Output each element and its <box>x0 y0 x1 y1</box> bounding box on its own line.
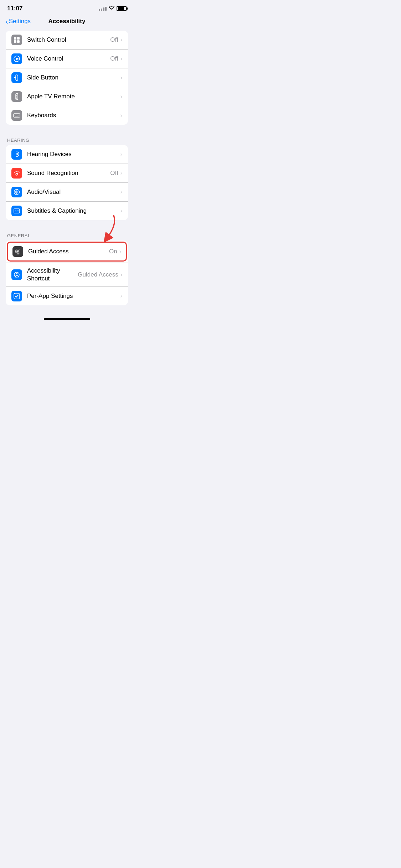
voice-control-icon <box>11 53 22 64</box>
hearing-devices-row[interactable]: Hearing Devices › <box>6 145 128 164</box>
guided-access-container: Guided Access On › <box>6 241 128 263</box>
voice-control-chevron: › <box>120 56 122 62</box>
apple-tv-remote-icon <box>11 91 22 102</box>
svg-rect-27 <box>17 211 19 211</box>
status-time: 11:07 <box>7 5 22 12</box>
wifi-icon <box>109 6 114 11</box>
per-app-settings-icon <box>11 291 22 301</box>
accessibility-shortcut-row[interactable]: AccessibilityShortcut Guided Access › <box>6 263 128 287</box>
general-settings-group: Guided Access On › AccessibilityShortcut… <box>6 241 128 305</box>
per-app-settings-row[interactable]: Per-App Settings › <box>6 287 128 305</box>
side-button-icon <box>11 72 22 83</box>
svg-rect-15 <box>17 115 18 115</box>
side-button-label: Side Button <box>27 74 120 82</box>
battery-icon <box>117 6 127 11</box>
subtitles-row[interactable]: Subtitles & Captioning › <box>6 202 128 220</box>
svg-rect-1 <box>17 37 20 40</box>
svg-point-8 <box>16 95 17 96</box>
keyboards-row[interactable]: Keyboards › <box>6 106 128 125</box>
svg-point-24 <box>16 193 17 195</box>
svg-rect-2 <box>14 40 16 43</box>
svg-rect-13 <box>15 115 15 115</box>
back-chevron-icon: ‹ <box>6 17 8 26</box>
svg-rect-11 <box>16 98 17 99</box>
guided-access-label: Guided Access <box>28 248 109 255</box>
svg-rect-26 <box>15 211 16 211</box>
page-title: Accessibility <box>48 18 86 25</box>
subtitles-label: Subtitles & Captioning <box>27 207 120 215</box>
back-button[interactable]: ‹ Settings <box>6 17 31 26</box>
voice-control-value: Off <box>110 55 118 62</box>
status-icons <box>99 6 127 11</box>
hearing-settings-group: Hearing Devices › Sound Recognition Off … <box>6 145 128 220</box>
switch-control-value: Off <box>110 36 118 43</box>
sound-recognition-icon <box>11 168 22 179</box>
hearing-devices-label: Hearing Devices <box>27 150 120 158</box>
accessibility-shortcut-icon <box>11 269 22 280</box>
switch-control-label: Switch Control <box>27 36 110 44</box>
apple-tv-remote-row[interactable]: Apple TV Remote › <box>6 87 128 106</box>
svg-point-19 <box>16 154 17 154</box>
audio-visual-label: Audio/Visual <box>27 188 120 196</box>
per-app-settings-chevron: › <box>120 293 122 299</box>
hearing-section: HEARING Hearing Devices › <box>0 132 134 220</box>
guided-access-value: On <box>109 248 117 255</box>
keyboards-label: Keyboards <box>27 112 120 119</box>
switch-control-row[interactable]: Switch Control Off › <box>6 31 128 50</box>
svg-rect-3 <box>17 40 20 43</box>
svg-rect-16 <box>18 115 19 115</box>
svg-point-33 <box>16 273 17 274</box>
audio-visual-icon <box>11 187 22 197</box>
general-section-header: GENERAL <box>0 227 134 241</box>
guided-access-chevron: › <box>119 248 121 255</box>
audio-visual-row[interactable]: Audio/Visual › <box>6 183 128 202</box>
voice-control-row[interactable]: Voice Control Off › <box>6 50 128 68</box>
apple-tv-remote-chevron: › <box>120 93 122 100</box>
svg-rect-9 <box>16 97 17 97</box>
back-label: Settings <box>9 18 31 25</box>
home-indicator <box>0 312 134 323</box>
side-button-row[interactable]: Side Button › <box>6 68 128 87</box>
guided-access-row[interactable]: Guided Access On › <box>7 242 127 262</box>
svg-rect-14 <box>16 115 16 115</box>
nav-bar: ‹ Settings Accessibility <box>0 15 134 29</box>
switch-control-chevron: › <box>120 37 122 43</box>
top-settings-group: Switch Control Off › Voice Control Off ›… <box>6 31 128 125</box>
voice-control-label: Voice Control <box>27 55 110 63</box>
apple-tv-remote-label: Apple TV Remote <box>27 93 120 100</box>
svg-rect-17 <box>15 116 19 117</box>
subtitles-chevron: › <box>120 208 122 214</box>
hearing-section-header: HEARING <box>0 132 134 145</box>
svg-line-22 <box>17 174 17 175</box>
switch-control-icon <box>11 35 22 45</box>
keyboards-chevron: › <box>120 112 122 119</box>
home-bar <box>44 318 90 320</box>
sound-recognition-label: Sound Recognition <box>27 169 110 177</box>
svg-point-5 <box>16 58 18 60</box>
svg-rect-0 <box>14 37 16 40</box>
svg-rect-12 <box>14 114 20 117</box>
subtitles-icon <box>11 206 22 216</box>
svg-rect-28 <box>15 212 19 212</box>
general-section: GENERAL <box>0 227 134 305</box>
signal-icon <box>99 7 107 11</box>
guided-access-icon <box>12 246 23 257</box>
keyboards-icon <box>11 110 22 121</box>
hearing-devices-icon <box>11 149 22 160</box>
accessibility-shortcut-value: Guided Access <box>78 271 118 278</box>
accessibility-shortcut-chevron: › <box>120 272 122 278</box>
accessibility-shortcut-label: AccessibilityShortcut <box>27 267 78 283</box>
sound-recognition-value: Off <box>110 170 118 177</box>
svg-rect-10 <box>16 98 17 98</box>
hearing-devices-chevron: › <box>120 151 122 157</box>
status-bar: 11:07 <box>0 0 134 15</box>
sound-recognition-row[interactable]: Sound Recognition Off › <box>6 164 128 183</box>
side-button-chevron: › <box>120 74 122 81</box>
sound-recognition-chevron: › <box>120 170 122 176</box>
per-app-settings-label: Per-App Settings <box>27 292 120 300</box>
audio-visual-chevron: › <box>120 189 122 195</box>
